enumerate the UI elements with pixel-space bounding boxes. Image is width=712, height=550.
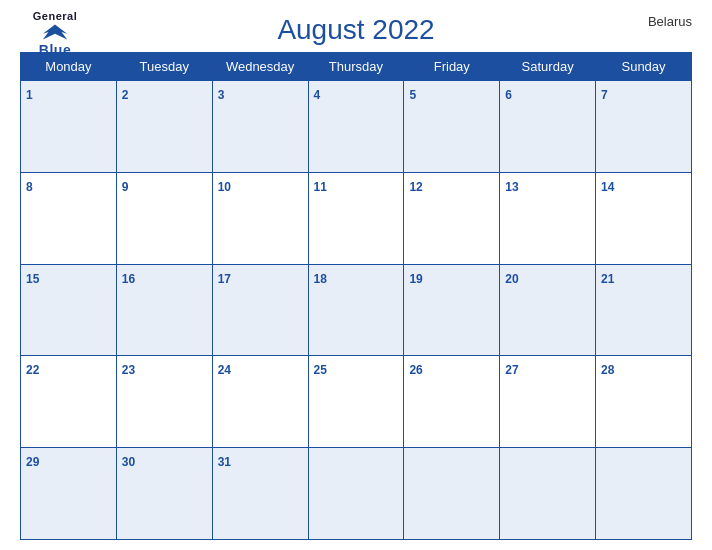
day-number: 18 xyxy=(314,272,327,286)
country-label: Belarus xyxy=(648,14,692,29)
day-number: 6 xyxy=(505,88,512,102)
day-number: 25 xyxy=(314,363,327,377)
calendar-day-cell: 6 xyxy=(500,81,596,173)
day-number: 3 xyxy=(218,88,225,102)
calendar-day-cell: 30 xyxy=(116,448,212,540)
day-number: 9 xyxy=(122,180,129,194)
day-number: 5 xyxy=(409,88,416,102)
day-number: 27 xyxy=(505,363,518,377)
calendar-day-cell: 4 xyxy=(308,81,404,173)
calendar-day-cell: 10 xyxy=(212,172,308,264)
calendar-day-cell: 11 xyxy=(308,172,404,264)
day-number: 2 xyxy=(122,88,129,102)
calendar-day-cell: 12 xyxy=(404,172,500,264)
calendar-day-cell: 15 xyxy=(21,264,117,356)
day-number: 16 xyxy=(122,272,135,286)
calendar-day-cell: 5 xyxy=(404,81,500,173)
calendar-week-row: 22232425262728 xyxy=(21,356,692,448)
calendar-week-row: 293031 xyxy=(21,448,692,540)
day-number: 28 xyxy=(601,363,614,377)
calendar-day-cell: 24 xyxy=(212,356,308,448)
day-number: 23 xyxy=(122,363,135,377)
calendar-table: MondayTuesdayWednesdayThursdayFridaySatu… xyxy=(20,52,692,540)
day-number: 15 xyxy=(26,272,39,286)
calendar-week-row: 1234567 xyxy=(21,81,692,173)
day-number: 14 xyxy=(601,180,614,194)
calendar-day-cell: 9 xyxy=(116,172,212,264)
calendar-day-cell: 23 xyxy=(116,356,212,448)
calendar-day-cell: 21 xyxy=(596,264,692,356)
day-number: 10 xyxy=(218,180,231,194)
weekday-header-tuesday: Tuesday xyxy=(116,53,212,81)
calendar-day-cell xyxy=(500,448,596,540)
day-number: 1 xyxy=(26,88,33,102)
calendar-day-cell: 31 xyxy=(212,448,308,540)
day-number: 13 xyxy=(505,180,518,194)
calendar-day-cell: 17 xyxy=(212,264,308,356)
weekday-header-saturday: Saturday xyxy=(500,53,596,81)
calendar-week-row: 15161718192021 xyxy=(21,264,692,356)
day-number: 31 xyxy=(218,455,231,469)
calendar-day-cell: 7 xyxy=(596,81,692,173)
day-number: 20 xyxy=(505,272,518,286)
calendar-day-cell: 2 xyxy=(116,81,212,173)
day-number: 8 xyxy=(26,180,33,194)
calendar-week-row: 891011121314 xyxy=(21,172,692,264)
logo-general: General xyxy=(33,10,77,22)
calendar-day-cell: 25 xyxy=(308,356,404,448)
weekday-header-sunday: Sunday xyxy=(596,53,692,81)
calendar-day-cell: 1 xyxy=(21,81,117,173)
calendar-day-cell: 3 xyxy=(212,81,308,173)
day-number: 4 xyxy=(314,88,321,102)
weekday-header-row: MondayTuesdayWednesdayThursdayFridaySatu… xyxy=(21,53,692,81)
calendar-day-cell: 26 xyxy=(404,356,500,448)
calendar-day-cell: 19 xyxy=(404,264,500,356)
day-number: 29 xyxy=(26,455,39,469)
day-number: 21 xyxy=(601,272,614,286)
day-number: 19 xyxy=(409,272,422,286)
day-number: 7 xyxy=(601,88,608,102)
calendar-day-cell: 27 xyxy=(500,356,596,448)
calendar-day-cell xyxy=(596,448,692,540)
day-number: 22 xyxy=(26,363,39,377)
calendar-day-cell: 14 xyxy=(596,172,692,264)
logo-blue: Blue xyxy=(39,42,71,58)
svg-marker-0 xyxy=(43,25,67,40)
calendar-day-cell: 18 xyxy=(308,264,404,356)
day-number: 17 xyxy=(218,272,231,286)
calendar-header: General Blue August 2022 Belarus xyxy=(20,10,692,46)
calendar-day-cell: 22 xyxy=(21,356,117,448)
calendar-day-cell xyxy=(404,448,500,540)
day-number: 30 xyxy=(122,455,135,469)
calendar-day-cell: 8 xyxy=(21,172,117,264)
logo: General Blue xyxy=(20,10,90,58)
day-number: 24 xyxy=(218,363,231,377)
calendar-day-cell: 16 xyxy=(116,264,212,356)
calendar-day-cell: 13 xyxy=(500,172,596,264)
calendar-day-cell: 28 xyxy=(596,356,692,448)
weekday-header-friday: Friday xyxy=(404,53,500,81)
calendar-title: August 2022 xyxy=(277,14,434,46)
calendar-day-cell: 29 xyxy=(21,448,117,540)
logo-bird-icon xyxy=(41,22,69,42)
weekday-header-wednesday: Wednesday xyxy=(212,53,308,81)
weekday-header-thursday: Thursday xyxy=(308,53,404,81)
day-number: 11 xyxy=(314,180,327,194)
day-number: 12 xyxy=(409,180,422,194)
calendar-day-cell xyxy=(308,448,404,540)
calendar-day-cell: 20 xyxy=(500,264,596,356)
day-number: 26 xyxy=(409,363,422,377)
